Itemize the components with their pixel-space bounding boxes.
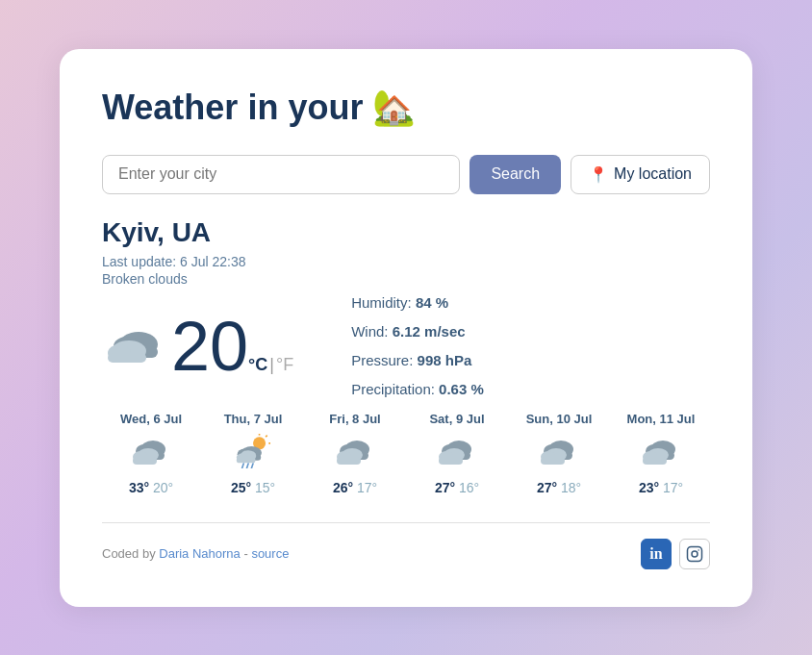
my-location-button[interactable]: 📍 My location — [571, 155, 710, 194]
svg-rect-5 — [108, 353, 146, 363]
forecast-high: 33° — [129, 480, 149, 495]
forecast-icon — [538, 434, 580, 472]
forecast-grid: Wed, 6 Jul 33° 20° Thu, 7 Jul — [102, 404, 710, 503]
footer: Coded by Daria Nahorna - source in — [102, 539, 710, 569]
weather-main-row: 20 °C | °F Humidity: 84 % Wind: 6.12 m/s… — [102, 289, 710, 404]
pressure-value: 998 hPa — [418, 352, 472, 368]
forecast-date: Fri, 8 Jul — [329, 412, 380, 426]
instagram-icon[interactable] — [679, 539, 710, 569]
search-row: Search 📍 My location — [102, 155, 710, 194]
forecast-temp: 23° 17° — [639, 480, 683, 495]
svg-rect-11 — [133, 457, 157, 465]
search-button[interactable]: Search — [469, 155, 561, 194]
forecast-high: 23° — [639, 480, 659, 495]
forecast-icon — [232, 434, 274, 472]
svg-line-24 — [251, 464, 253, 468]
wind-label: Wind: — [351, 323, 388, 340]
linkedin-icon[interactable]: in — [641, 539, 672, 569]
forecast-date: Wed, 6 Jul — [120, 412, 182, 426]
svg-rect-48 — [643, 457, 667, 465]
forecast-temp: 27° 16° — [435, 480, 479, 495]
svg-point-51 — [698, 549, 699, 551]
forecast-low: 16° — [459, 480, 479, 495]
author-link[interactable]: Daria Nahorna — [159, 546, 241, 561]
current-weather-icon — [102, 317, 171, 375]
svg-rect-42 — [541, 457, 565, 465]
unit-fahrenheit[interactable]: °F — [276, 355, 293, 375]
svg-rect-49 — [688, 546, 702, 561]
svg-line-22 — [242, 464, 244, 468]
temperature-value: 20 — [171, 312, 248, 381]
unit-celsius[interactable]: °C — [248, 355, 267, 375]
wind-value: 6.12 m/sec — [393, 323, 466, 340]
svg-rect-30 — [337, 457, 361, 465]
forecast-high: 27° — [435, 480, 455, 495]
humidity-value: 84 % — [416, 294, 448, 311]
humidity-row: Humidity: 84 % — [351, 289, 484, 317]
forecast-low: 17° — [663, 480, 683, 495]
forecast-day: Sun, 10 Jul 27° 18° — [510, 404, 608, 503]
forecast-day: Wed, 6 Jul 33° 20° — [102, 404, 200, 503]
precipitation-value: 0.63 % — [439, 381, 484, 397]
forecast-low: 18° — [561, 480, 581, 495]
city-name: Kyiv, UA — [102, 217, 710, 248]
page-title: Weather in your — [102, 88, 363, 128]
unit-separator: | — [269, 355, 274, 375]
temperature-row: 20 °C | °F — [171, 312, 293, 381]
last-update: Last update: 6 Jul 22:38 — [102, 254, 710, 269]
footer-divider — [102, 522, 710, 523]
forecast-temp: 27° 18° — [537, 480, 581, 495]
svg-rect-36 — [439, 457, 463, 465]
weather-details: Humidity: 84 % Wind: 6.12 m/sec Pressure… — [351, 289, 484, 404]
forecast-date: Thu, 7 Jul — [224, 412, 283, 426]
pressure-label: Pressure: — [351, 352, 413, 368]
forecast-day: Sat, 9 Jul 27° 16° — [408, 404, 506, 503]
forecast-icon — [640, 434, 682, 472]
precipitation-row: Precipitation: 0.63 % — [351, 375, 484, 404]
forecast-date: Sat, 9 Jul — [429, 412, 484, 426]
search-input[interactable] — [102, 155, 460, 194]
forecast-icon — [130, 434, 172, 472]
weather-condition: Broken clouds — [102, 271, 710, 287]
forecast-day: Thu, 7 Jul 25° 15° — [204, 404, 302, 503]
location-pin-icon: 📍 — [589, 165, 608, 184]
title-row: Weather in your 🏡 — [102, 88, 710, 128]
svg-line-14 — [266, 435, 267, 437]
footer-credit: Coded by Daria Nahorna - source — [102, 546, 289, 561]
source-link[interactable]: source — [251, 546, 289, 561]
forecast-icon — [334, 434, 376, 472]
forecast-low: 20° — [153, 480, 173, 495]
svg-point-50 — [692, 551, 698, 557]
footer-separator: - — [241, 546, 252, 561]
forecast-date: Mon, 11 Jul — [627, 412, 696, 426]
forecast-high: 25° — [231, 480, 251, 495]
forecast-temp: 26° 17° — [333, 480, 377, 495]
forecast-day: Fri, 8 Jul 26° 17° — [306, 404, 404, 503]
wind-row: Wind: 6.12 m/sec — [351, 317, 484, 346]
svg-rect-21 — [237, 457, 256, 463]
forecast-icon — [436, 434, 478, 472]
weather-card: Weather in your 🏡 Search 📍 My location K… — [60, 49, 752, 607]
forecast-temp: 25° 15° — [231, 480, 275, 495]
humidity-label: Humidity: — [351, 294, 412, 311]
forecast-temp: 33° 20° — [129, 480, 173, 495]
forecast-day: Mon, 11 Jul 23° 17° — [612, 404, 710, 503]
social-icons: in — [641, 539, 710, 569]
house-emoji: 🏡 — [372, 88, 416, 128]
forecast-high: 26° — [333, 480, 353, 495]
forecast-date: Sun, 10 Jul — [526, 412, 593, 426]
pressure-row: Pressure: 998 hPa — [351, 346, 484, 375]
forecast-low: 15° — [255, 480, 275, 495]
forecast-high: 27° — [537, 480, 557, 495]
coded-by-text: Coded by — [102, 546, 159, 561]
precipitation-label: Precipitation: — [351, 381, 435, 397]
svg-line-23 — [246, 464, 248, 468]
forecast-low: 17° — [357, 480, 377, 495]
